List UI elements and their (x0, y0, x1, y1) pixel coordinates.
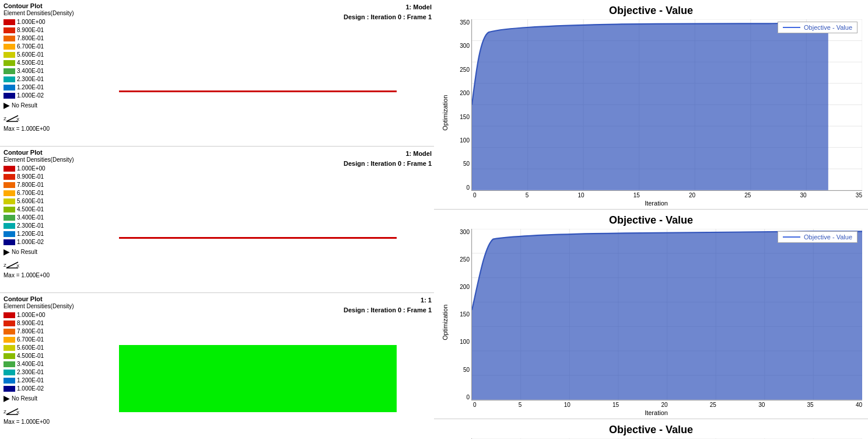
model-canvas (84, 168, 432, 290)
legend-swatch (4, 60, 15, 66)
chart-legend-label: Objective - Value (804, 234, 852, 241)
legend-item-label: 1.200E-01 (17, 377, 44, 385)
y-tick: 300 (460, 43, 470, 49)
legend-item-label: 2.300E-01 (17, 222, 44, 230)
legend-swatch (4, 223, 15, 229)
no-result-label: No Result (12, 395, 37, 403)
chart-legend-line (783, 27, 800, 28)
legend-item: 2.300E-01 (4, 368, 78, 377)
legend-swatch (4, 19, 15, 25)
model-header-line2: Design : Iteration 0 : Frame 1 (84, 12, 432, 22)
x-tick: 5 (519, 402, 522, 408)
legend-item: 1.000E+00 (4, 165, 78, 173)
legend-item: 1.000E-02 (4, 238, 78, 246)
legend-item-label: 7.800E-01 (17, 34, 44, 43)
legend-item: 8.900E-01 (4, 319, 78, 327)
no-result-label: No Result (12, 102, 37, 110)
model-header-line1: 1: 1 (84, 295, 432, 305)
legend-swatch (4, 27, 15, 33)
legend-max-label: Max = 1.000E+00 (4, 126, 78, 132)
legend-swatch (4, 166, 15, 172)
legend-swatch (4, 198, 15, 204)
legend-title: Contour Plot (4, 2, 78, 9)
x-tick: 20 (689, 192, 695, 198)
legend-item: 1.000E-02 (4, 385, 78, 393)
chart-svg (472, 229, 862, 400)
legend-item: 5.600E-01 (4, 344, 78, 352)
x-tick: 30 (758, 402, 765, 408)
y-tick: 0 (466, 394, 470, 400)
model-header: 1: 1Design : Iteration 0 : Frame 1 (84, 295, 432, 315)
legend-item-label: 4.500E-01 (17, 352, 44, 360)
y-tick: 50 (463, 367, 470, 373)
legend-subtitle: Element Densities(Density) (4, 10, 78, 16)
legend-item-label: 7.800E-01 (17, 181, 44, 189)
legend-swatch (4, 68, 15, 74)
axes-icon: ZX (4, 113, 21, 124)
legend-item: 4.500E-01 (4, 352, 78, 360)
legend-item: 2.300E-01 (4, 75, 78, 83)
legend-swatch (4, 320, 15, 326)
svg-text:Z: Z (4, 263, 6, 268)
chart-area: Optimization350300250200150100500Objecti… (440, 19, 862, 207)
y-axis-label: Optimization (440, 19, 450, 207)
x-tick: 25 (744, 192, 751, 198)
chart-legend-box: Objective - Value (778, 231, 858, 243)
legend-item: 7.800E-01 (4, 34, 78, 43)
chart-title: Objective - Value (440, 424, 862, 436)
chart-legend-box: Objective - Value (778, 22, 858, 33)
legend-swatch (4, 345, 15, 351)
legend-no-result: ▶No Result (4, 246, 78, 258)
legend-item: 1.200E-01 (4, 83, 78, 92)
chart-container-2: Objective - ValueOptimization30025020015… (434, 210, 868, 419)
legend-item: 4.500E-01 (4, 205, 78, 214)
legend-item-label: 6.700E-01 (17, 336, 44, 344)
legend-item: 1.000E-02 (4, 92, 78, 100)
y-tick: 200 (460, 90, 470, 96)
y-tick: 100 (460, 339, 470, 345)
arrow-icon: ▶ (4, 393, 10, 405)
legend-items: 1.000E+008.900E-017.800E-016.700E-015.60… (4, 311, 78, 405)
legend-item: 1.000E+00 (4, 18, 78, 26)
y-tick: 350 (460, 19, 470, 26)
chart-inner: 350300250200150100500Objective - Value05… (450, 19, 862, 207)
legend-item: 1.200E-01 (4, 230, 78, 238)
y-tick: 100 (460, 137, 470, 144)
chart-svg (472, 19, 862, 190)
legend-item-label: 6.700E-01 (17, 43, 44, 51)
legend-swatch (4, 378, 15, 384)
legend-no-result: ▶No Result (4, 393, 78, 405)
legend-max-label: Max = 1.000E+00 (4, 419, 78, 425)
y-tick: 50 (463, 161, 470, 167)
legend-item: 6.700E-01 (4, 43, 78, 51)
chart-row-3: Objective - ValueOptimization4.54.03.53.… (434, 419, 868, 439)
legend-item: 8.900E-01 (4, 26, 78, 34)
svg-text:X: X (16, 117, 20, 122)
x-tick: 10 (578, 192, 584, 198)
x-tick: 20 (661, 402, 667, 408)
chart-row-1: Objective - ValueOptimization35030025020… (434, 0, 868, 210)
x-tick: 15 (634, 192, 640, 198)
chart-container-3: Objective - ValueOptimization4.54.03.53.… (434, 419, 868, 439)
legend-axes: ZX (4, 406, 78, 417)
legend-swatch (4, 361, 15, 367)
right-panel: Objective - ValueOptimization35030025020… (434, 0, 868, 439)
legend-item: 7.800E-01 (4, 181, 78, 189)
legend-swatch (4, 76, 15, 82)
legend-swatch (4, 190, 15, 196)
left-row-3: Contour PlotElement Densities(Density)1.… (0, 293, 434, 439)
chart-legend-label: Objective - Value (804, 24, 852, 31)
legend-swatch (4, 207, 15, 212)
legend-title: Contour Plot (4, 295, 78, 302)
legend-items: 1.000E+008.900E-017.800E-016.700E-015.60… (4, 18, 78, 112)
x-tick-labels: 0510152025303540 (450, 402, 862, 408)
legend-item: 6.700E-01 (4, 189, 78, 197)
model-canvas (84, 315, 432, 437)
y-tick: 150 (460, 114, 470, 120)
legend-axes: ZX (4, 113, 78, 124)
legend-items: 1.000E+008.900E-017.800E-016.700E-015.60… (4, 165, 78, 258)
legend-title: Contour Plot (4, 149, 78, 156)
legend-item: 4.500E-01 (4, 59, 78, 67)
arrow-icon: ▶ (4, 100, 10, 112)
legend-item: 3.400E-01 (4, 67, 78, 75)
